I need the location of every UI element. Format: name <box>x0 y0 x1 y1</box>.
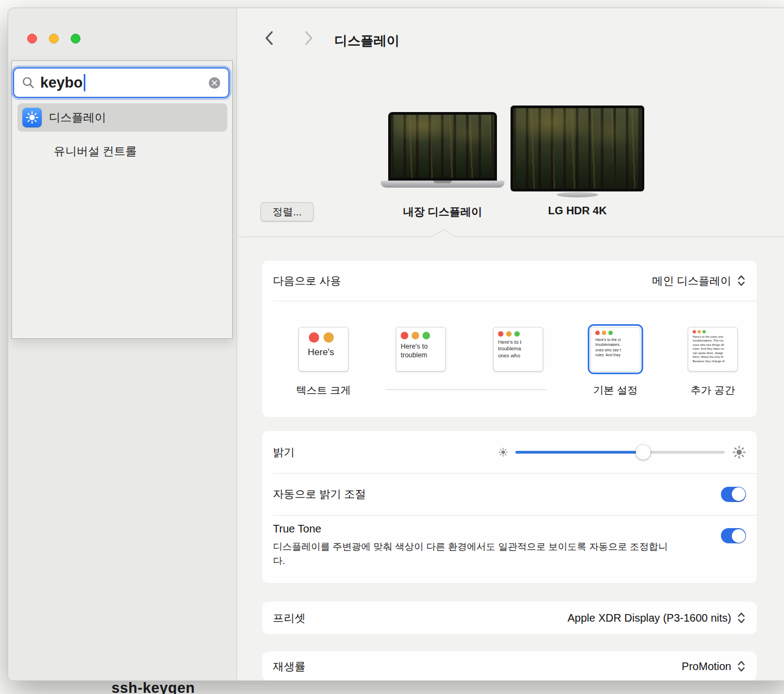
content-pane: 디스플레이 내장 디스플레이 LG HDR 4K 정렬... 다음으로 사용 메… <box>238 8 784 680</box>
toggle-knob <box>732 529 745 543</box>
arrange-button[interactable]: 정렬... <box>260 202 314 221</box>
brightness-row: 밝기 <box>262 431 757 473</box>
search-icon <box>22 76 35 89</box>
toggle-knob <box>732 487 745 501</box>
auto-brightness-toggle[interactable] <box>721 487 746 502</box>
scaling-option-3[interactable]: Here's to t troublema ones who <box>493 327 543 371</box>
clear-icon <box>208 77 221 89</box>
use-as-label: 다음으로 사용 <box>273 274 341 288</box>
stepper-icon <box>737 274 746 287</box>
window-dots <box>299 327 348 343</box>
brightness-label: 밝기 <box>273 445 295 460</box>
display-settings-icon <box>22 108 42 127</box>
clear-search-button[interactable] <box>208 77 221 89</box>
search-query-text: keybo <box>40 75 83 91</box>
search-results-panel: keybo <box>11 60 233 339</box>
use-as-dropdown[interactable]: 메인 디스플레이 <box>652 274 746 288</box>
preset-label: 프리셋 <box>273 611 306 625</box>
scaling-track-line <box>385 389 546 390</box>
use-as-row: 다음으로 사용 메인 디스플레이 <box>262 261 757 301</box>
auto-brightness-label: 자동으로 밝기 조절 <box>273 487 366 501</box>
refresh-rate-dropdown[interactable]: ProMotion <box>682 660 746 673</box>
forward-button[interactable] <box>303 30 315 48</box>
brightness-slider[interactable] <box>515 444 725 460</box>
sidebar: keybo <box>8 8 237 680</box>
true-tone-row: True Tone 디스플레이를 주변광에 맞춰 색상이 다른 환경에서도 일관… <box>262 515 757 568</box>
search-input[interactable]: keybo <box>13 67 229 98</box>
zoom-button[interactable] <box>71 34 80 44</box>
screen: ssh-keygen keybo <box>0 0 784 694</box>
scaling-label-more-space: 추가 공간 <box>675 383 751 398</box>
minimize-button[interactable] <box>49 34 59 44</box>
close-button[interactable] <box>27 34 37 44</box>
scaling-option-default[interactable]: Here's to the cr troublemakers. ones who… <box>590 327 640 371</box>
section-divider <box>238 237 784 237</box>
window-dots <box>688 327 737 333</box>
system-settings-window: keybo <box>8 8 784 681</box>
auto-brightness-row: 자동으로 밝기 조절 <box>262 473 757 515</box>
stepper-icon <box>737 611 746 624</box>
true-tone-description: 디스플레이를 주변광에 맞춰 색상이 다른 환경에서도 일관적으로 보이도록 자… <box>273 540 670 568</box>
brightness-low-icon <box>499 448 508 457</box>
page-title: 디스플레이 <box>334 32 400 49</box>
back-button[interactable] <box>263 30 275 48</box>
row-divider <box>273 515 757 516</box>
preset-value: Apple XDR Display (P3-1600 nits) <box>568 612 731 624</box>
preset-dropdown[interactable]: Apple XDR Display (P3-1600 nits) <box>568 611 746 624</box>
search-result-label: 유니버설 컨트롤 <box>54 144 137 159</box>
slider-fill <box>515 451 643 454</box>
display-mode-card: 다음으로 사용 메인 디스플레이 Here's <box>262 260 757 418</box>
scaling-label-larger-text: 텍스트 크게 <box>285 383 362 398</box>
refresh-rate-card: 재생률 ProMotion <box>262 651 757 681</box>
search-result-display[interactable]: 디스플레이 <box>17 103 227 132</box>
refresh-rate-label: 재생률 <box>273 659 306 674</box>
external-display-label: LG HDR 4K <box>518 205 637 217</box>
window-dots <box>494 327 543 337</box>
scaling-option-larger-text[interactable]: Here's <box>298 327 349 371</box>
brightness-card: 밝기 <box>262 430 757 584</box>
preset-card: 프리셋 Apple XDR Display (P3-1600 nits) <box>262 601 757 635</box>
row-divider <box>273 301 757 301</box>
use-as-value: 메인 디스플레이 <box>652 274 731 288</box>
refresh-rate-row: 재생률 ProMotion <box>262 652 757 681</box>
background-text: ssh-keygen <box>111 680 195 694</box>
external-display-thumbnail[interactable] <box>511 106 644 191</box>
wallpaper-preview <box>513 108 642 189</box>
window-dots <box>591 327 640 335</box>
traffic-lights <box>27 34 80 44</box>
brightness-high-icon <box>732 445 746 459</box>
scaling-label-default: 기본 설정 <box>577 383 654 398</box>
stepper-icon <box>737 660 746 673</box>
window-dots <box>396 327 445 339</box>
scaling-option-more-space[interactable]: Here's to the crazy one troublemakers. T… <box>688 327 738 371</box>
selected-display-pointer <box>432 228 456 239</box>
monitor-stand <box>557 192 598 197</box>
builtin-display-label: 내장 디스플레이 <box>383 205 502 219</box>
builtin-display-thumbnail[interactable] <box>388 112 497 181</box>
preset-row: 프리셋 Apple XDR Display (P3-1600 nits) <box>262 602 757 634</box>
row-divider <box>273 473 757 474</box>
text-cursor <box>84 74 85 91</box>
macbook-base <box>381 181 505 188</box>
slider-knob[interactable] <box>636 445 650 460</box>
true-tone-label: True Tone <box>273 523 670 535</box>
true-tone-toggle[interactable] <box>721 528 746 543</box>
search-result-universal-control[interactable]: 유니버설 컨트롤 <box>17 137 227 165</box>
wallpaper-preview <box>391 115 494 178</box>
refresh-rate-value: ProMotion <box>682 660 731 673</box>
search-result-label: 디스플레이 <box>49 110 106 125</box>
scaling-option-2[interactable]: Here's to troublem <box>396 327 446 371</box>
